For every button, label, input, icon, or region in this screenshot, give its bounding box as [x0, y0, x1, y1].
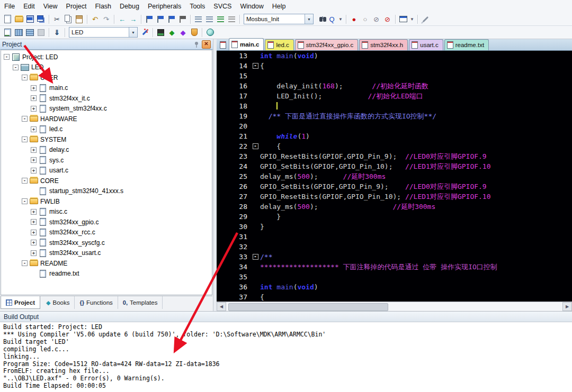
menu-item-debug[interactable]: Debug	[115, 0, 144, 13]
menu-item-peripherals[interactable]: Peripherals	[144, 0, 185, 13]
tree-item-main-c[interactable]: +main.c	[1, 83, 212, 94]
scrollbar-thumb[interactable]	[228, 303, 388, 311]
build-icon[interactable]	[13, 27, 24, 38]
editor-tab-main-c[interactable]: main.c	[229, 38, 264, 50]
find-in-files-icon[interactable]	[315, 14, 326, 24]
expander-plus-icon[interactable]: +	[31, 106, 37, 112]
tree-item-led[interactable]: -LED	[1, 62, 212, 73]
expander-plus-icon[interactable]: +	[31, 168, 37, 174]
find-dropdown-icon[interactable]: ▼	[337, 14, 344, 24]
project-tree[interactable]: -Project: LED-LED-USER+main.c+stm32f4xx_…	[1, 50, 212, 295]
menu-item-window[interactable]: Window	[236, 0, 267, 13]
fold-collapse-icon[interactable]: -	[253, 63, 258, 69]
quick-find-combo[interactable]: Mosbus_Init▼	[244, 14, 314, 24]
panel-tab-project[interactable]: Project	[1, 296, 40, 309]
tree-item-system[interactable]: -SYSTEM	[1, 134, 212, 145]
tree-item-stm32f4xx-rcc-c[interactable]: +stm32f4xx_rcc.c	[1, 227, 212, 238]
code-area[interactable]: 13int main(void)14-{1516 delay_init(168)…	[217, 51, 572, 302]
expander-plus-icon[interactable]: +	[31, 230, 37, 235]
file-extensions-icon[interactable]: ◆	[166, 27, 177, 38]
tree-item-delay-c[interactable]: +delay.c	[1, 145, 212, 156]
tree-item-project-led[interactable]: -Project: LED	[1, 52, 212, 62]
expander-minus-icon[interactable]: -	[22, 260, 28, 266]
document-list-icon[interactable]	[219, 41, 227, 49]
tree-item-system-stm32f4xx-c[interactable]: +system_stm32f4xx.c	[1, 104, 212, 114]
next-bookmark-icon[interactable]	[166, 14, 177, 24]
tree-item-stm32f4xx-it-c[interactable]: +stm32f4xx_it.c	[1, 93, 212, 104]
fold-collapse-icon[interactable]: -	[253, 254, 258, 260]
editor-tab-readme-txt[interactable]: readme.txt	[444, 39, 489, 50]
menu-item-tools[interactable]: Tools	[185, 0, 209, 13]
chevron-down-icon[interactable]: ▼	[129, 28, 137, 37]
kill-all-breakpoints-icon[interactable]: ⊘	[382, 14, 393, 24]
undo-icon[interactable]: ↶	[90, 14, 101, 24]
menu-item-flash[interactable]: Flash	[91, 0, 115, 13]
expander-plus-icon[interactable]: +	[31, 126, 37, 132]
tree-item-sys-c[interactable]: +sys.c	[1, 155, 212, 166]
tree-item-readme-txt[interactable]: readme.txt	[1, 269, 212, 279]
open-file-icon[interactable]	[13, 14, 24, 24]
rebuild-all-icon[interactable]	[24, 27, 35, 38]
expander-plus-icon[interactable]: +	[31, 209, 37, 215]
tree-item-stm32f4xx-usart-c[interactable]: +stm32f4xx_usart.c	[1, 248, 212, 259]
translate-file-icon[interactable]	[2, 27, 13, 38]
build-output-body[interactable]: Build started: Project: LED*** Using Com…	[0, 322, 572, 392]
menu-item-view[interactable]: View	[39, 0, 62, 13]
tree-item-misc-c[interactable]: +misc.c	[1, 207, 212, 217]
expander-minus-icon[interactable]: -	[22, 75, 28, 80]
save-all-icon[interactable]	[35, 14, 47, 24]
tree-item-led-c[interactable]: +led.c	[1, 124, 212, 135]
menu-item-edit[interactable]: Edit	[19, 0, 39, 13]
target-options-icon[interactable]	[139, 27, 150, 38]
save-icon[interactable]	[24, 14, 35, 24]
flash-protect-icon[interactable]	[189, 27, 200, 38]
configure-tools-icon[interactable]	[420, 14, 431, 24]
menu-item-svcs[interactable]: SVCS	[209, 0, 236, 13]
manage-run-time-environment-icon[interactable]	[155, 27, 166, 38]
menu-item-help[interactable]: Help	[268, 0, 290, 13]
target-select-combo[interactable]: LED▼	[69, 27, 138, 38]
debug-session-icon[interactable]: ◆	[177, 27, 189, 38]
chevron-down-icon[interactable]: ▼	[305, 14, 313, 24]
expander-minus-icon[interactable]: -	[22, 178, 28, 184]
comment-selection-icon[interactable]	[215, 14, 226, 24]
enable-disable-breakpoint-icon[interactable]: ○	[360, 14, 371, 24]
unindent-icon[interactable]	[193, 14, 204, 24]
expander-minus-icon[interactable]: -	[22, 116, 28, 122]
tree-item-fwlib[interactable]: -FWLIB	[1, 196, 212, 207]
expander-minus-icon[interactable]: -	[22, 198, 28, 204]
editor-tab-usart-c[interactable]: usart.c	[409, 39, 443, 50]
expander-plus-icon[interactable]: +	[31, 147, 37, 153]
scrollbar-track[interactable]	[226, 303, 562, 311]
editor-tab-stm32f4xx-h[interactable]: stm32f4xx.h	[359, 39, 408, 50]
menu-item-project[interactable]: Project	[62, 0, 91, 13]
expander-plus-icon[interactable]: +	[31, 240, 37, 245]
expander-minus-icon[interactable]: -	[22, 136, 28, 142]
scroll-right-button[interactable]: ▶	[562, 302, 572, 311]
tree-item-stm32f4xx-syscfg-c[interactable]: +stm32f4xx_syscfg.c	[1, 238, 212, 248]
insert-breakpoint-icon[interactable]: ●	[348, 14, 360, 24]
clear-bookmarks-icon[interactable]	[177, 14, 188, 24]
editor-hscrollbar[interactable]: ◀ ▶	[217, 302, 572, 311]
navigate-forward-icon[interactable]: →	[128, 14, 139, 24]
expander-plus-icon[interactable]: +	[31, 157, 37, 163]
tree-item-startup-stm32f40-41xxx-s[interactable]: startup_stm32f40_41xxx.s	[1, 186, 212, 197]
window-select-dropdown-icon[interactable]: ▼	[409, 14, 415, 24]
incremental-find-icon[interactable]: Q	[326, 14, 337, 24]
pack-installer-icon[interactable]	[204, 27, 216, 38]
stop-build-icon[interactable]	[35, 27, 47, 38]
expander-plus-icon[interactable]: +	[31, 95, 37, 101]
close-panel-button[interactable]: ✕	[202, 40, 211, 49]
new-file-icon[interactable]	[2, 14, 13, 24]
expander-plus-icon[interactable]: +	[31, 219, 37, 225]
toggle-bookmark-icon[interactable]	[144, 14, 155, 24]
panel-tab-functions[interactable]: {}Functions	[75, 296, 118, 309]
expander-minus-icon[interactable]: -	[4, 54, 10, 60]
expander-plus-icon[interactable]: +	[31, 250, 37, 256]
uncomment-selection-icon[interactable]	[226, 14, 237, 24]
tree-item-usart-c[interactable]: +usart.c	[1, 166, 212, 176]
expander-minus-icon[interactable]: -	[13, 65, 19, 70]
redo-icon[interactable]: ↷	[101, 14, 112, 24]
panel-tab-templates[interactable]: 0,Templates	[118, 296, 163, 309]
navigate-back-icon[interactable]: ←	[117, 14, 128, 24]
